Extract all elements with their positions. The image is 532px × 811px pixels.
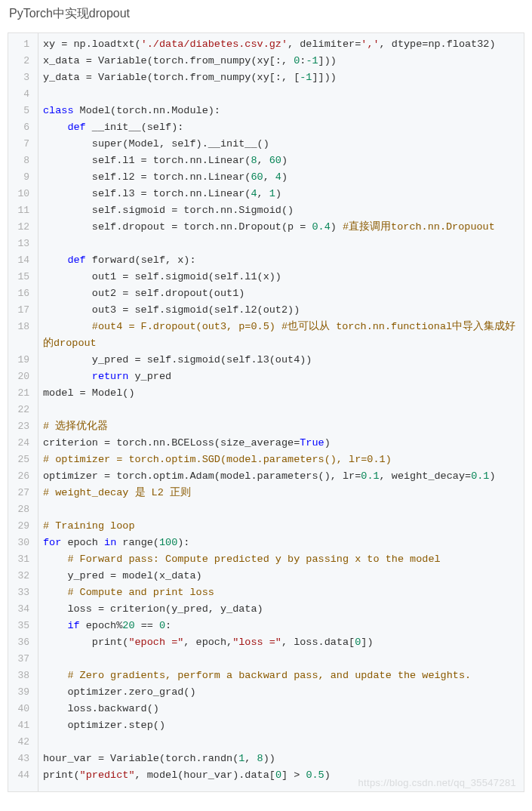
code-line: 44print("predict", model(hour_var).data[… [8, 767, 524, 784]
code-line: 29# Training loop [8, 518, 524, 535]
code-line: 23# 选择优化器 [8, 418, 524, 435]
line-number: 6 [8, 119, 34, 136]
line-number: 16 [8, 285, 34, 302]
line-number: 18 [8, 319, 34, 335]
line-number: 34 [8, 601, 34, 618]
code-source: out3 = self.sigmoid(self.l2(out2)) [34, 302, 524, 319]
code-line: 28 [8, 501, 524, 518]
code-line: 38 # Zero gradients, perform a backward … [8, 668, 524, 684]
code-source: #out4 = F.dropout(out3, p=0.5) #也可以从 tor… [34, 319, 524, 352]
code-line: 43hour_var = Variable(torch.randn(1, 8)) [8, 751, 524, 767]
line-number: 31 [8, 551, 34, 568]
code-line: 36 print("epoch =", epoch,"loss =", loss… [8, 634, 524, 651]
code-line: 30for epoch in range(100): [8, 535, 524, 551]
code-line: 32 y_pred = model(x_data) [8, 568, 524, 584]
line-number: 17 [8, 302, 34, 319]
code-line: 6 def __init__(self): [8, 119, 524, 136]
code-line: 24criterion = torch.nn.BCELoss(size_aver… [8, 435, 524, 452]
code-source: criterion = torch.nn.BCELoss(size_averag… [34, 435, 524, 452]
code-line: 12 self.dropout = torch.nn.Dropout(p = 0… [8, 219, 524, 236]
line-number: 33 [8, 584, 34, 601]
code-source: self.l3 = torch.nn.Linear(4, 1) [34, 186, 524, 202]
line-number: 42 [8, 734, 34, 751]
line-number: 7 [8, 136, 34, 153]
line-number: 1 [8, 36, 34, 53]
line-number: 25 [8, 452, 34, 468]
code-line: 15 out1 = self.sigmoid(self.l1(x)) [8, 269, 524, 285]
code-line: 9 self.l2 = torch.nn.Linear(60, 4) [8, 169, 524, 186]
code-source: hour_var = Variable(torch.randn(1, 8)) [34, 751, 524, 767]
code-source: # Compute and print loss [34, 584, 524, 601]
line-number: 20 [8, 368, 34, 385]
line-number: 3 [8, 69, 34, 86]
code-line: 37 [8, 651, 524, 668]
line-number: 21 [8, 385, 34, 402]
code-source: self.sigmoid = torch.nn.Sigmoid() [34, 202, 524, 219]
code-source: # weight_decay 是 L2 正则 [34, 485, 524, 501]
code-source: def forward(self, x): [34, 252, 524, 269]
line-number: 10 [8, 186, 34, 202]
code-line: 33 # Compute and print loss [8, 584, 524, 601]
line-number: 36 [8, 634, 34, 651]
code-line: 20 return y_pred [8, 368, 524, 385]
code-line: 19 y_pred = self.sigmoid(self.l3(out4)) [8, 352, 524, 368]
code-source: # optimizer = torch.optim.SGD(model.para… [34, 452, 524, 468]
code-source: class Model(torch.nn.Module): [34, 103, 524, 119]
code-line: 18 #out4 = F.dropout(out3, p=0.5) #也可以从 … [8, 319, 524, 352]
code-source: return y_pred [34, 368, 524, 385]
line-number: 28 [8, 501, 34, 518]
code-source: self.l2 = torch.nn.Linear(60, 4) [34, 169, 524, 186]
line-number: 32 [8, 568, 34, 584]
code-line: 14 def forward(self, x): [8, 252, 524, 269]
code-line: 39 optimizer.zero_grad() [8, 684, 524, 701]
code-source: self.dropout = torch.nn.Dropout(p = 0.4)… [34, 219, 524, 236]
line-number: 5 [8, 103, 34, 119]
code-line: 34 loss = criterion(y_pred, y_data) [8, 601, 524, 618]
code-source: # 选择优化器 [34, 418, 524, 435]
code-source: self.l1 = torch.nn.Linear(8, 60) [34, 153, 524, 169]
line-number: 35 [8, 618, 34, 634]
line-number: 27 [8, 485, 34, 501]
code-source: def __init__(self): [34, 119, 524, 136]
code-line: 26optimizer = torch.optim.Adam(model.par… [8, 468, 524, 485]
code-line: 16 out2 = self.dropout(out1) [8, 285, 524, 302]
code-source: for epoch in range(100): [34, 535, 524, 551]
code-line: 22 [8, 402, 524, 418]
code-source: out1 = self.sigmoid(self.l1(x)) [34, 269, 524, 285]
code-line: 3y_data = Variable(torch.from_numpy(xy[:… [8, 69, 524, 86]
line-number: 40 [8, 701, 34, 717]
line-number: 14 [8, 252, 34, 269]
line-number: 9 [8, 169, 34, 186]
code-source: # Training loop [34, 518, 524, 535]
code-line: 10 self.l3 = torch.nn.Linear(4, 1) [8, 186, 524, 202]
line-number: 24 [8, 435, 34, 452]
code-line: 35 if epoch%20 == 0: [8, 618, 524, 634]
code-line: 17 out3 = self.sigmoid(self.l2(out2)) [8, 302, 524, 319]
code-source: y_data = Variable(torch.from_numpy(xy[:,… [34, 69, 524, 86]
code-source: print("epoch =", epoch,"loss =", loss.da… [34, 634, 524, 651]
code-source: x_data = Variable(torch.from_numpy(xy[:,… [34, 53, 524, 69]
line-number: 2 [8, 53, 34, 69]
line-number: 12 [8, 219, 34, 236]
code-line: 5class Model(torch.nn.Module): [8, 103, 524, 119]
code-line: 31 # Forward pass: Compute predicted y b… [8, 551, 524, 568]
code-line: 1xy = np.loadtxt('./data/diabetes.csv.gz… [8, 36, 524, 53]
code-line: 21model = Model() [8, 385, 524, 402]
line-number: 37 [8, 651, 34, 668]
line-number: 4 [8, 86, 34, 103]
code-line: 13 [8, 236, 524, 252]
code-line: 7 super(Model, self).__init__() [8, 136, 524, 153]
line-number: 15 [8, 269, 34, 285]
code-source: optimizer.step() [34, 717, 524, 734]
code-line: 25# optimizer = torch.optim.SGD(model.pa… [8, 452, 524, 468]
code-source: y_pred = self.sigmoid(self.l3(out4)) [34, 352, 524, 368]
line-number: 11 [8, 202, 34, 219]
code-source: optimizer.zero_grad() [34, 684, 524, 701]
code-source: model = Model() [34, 385, 524, 402]
line-number: 22 [8, 402, 34, 418]
code-source: out2 = self.dropout(out1) [34, 285, 524, 302]
code-source: loss = criterion(y_pred, y_data) [34, 601, 524, 618]
line-number: 8 [8, 153, 34, 169]
code-line: 42 [8, 734, 524, 751]
code-source: # Forward pass: Compute predicted y by p… [34, 551, 524, 568]
